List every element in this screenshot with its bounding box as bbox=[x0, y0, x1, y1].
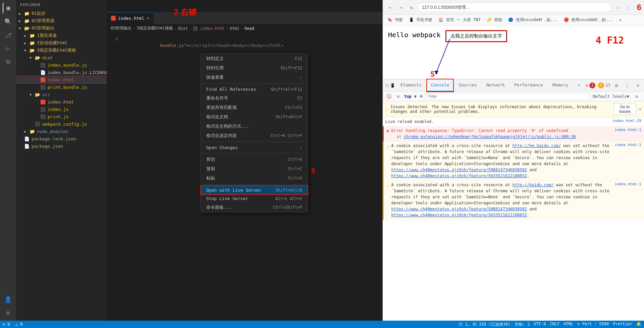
console-filter-input[interactable] bbox=[426, 93, 590, 100]
devtools-settings-icon[interactable]: ⚙ bbox=[612, 81, 621, 90]
menu-stop-live-server[interactable]: Stop Live Server Alt+L Alt+C bbox=[201, 194, 308, 203]
tree-item-indexbundle[interactable]: ⬛ index.bundle.js bbox=[16, 61, 107, 69]
tree-item-license[interactable]: 📄 index.bundle.js.LICENSE... bbox=[16, 69, 107, 76]
msg-warn2-source[interactable]: index.html:1 bbox=[615, 182, 641, 186]
extensions-icon[interactable]: ⧉ bbox=[3, 56, 13, 67]
menu-copy[interactable]: 复制 Ctrl+C bbox=[201, 164, 308, 174]
status-warnings[interactable]: △ 0 bbox=[15, 322, 23, 327]
console-clear-icon[interactable]: 🚫 bbox=[385, 93, 392, 100]
tab-close-icon[interactable]: × bbox=[146, 15, 149, 21]
msg-error-source[interactable]: index.html:1 bbox=[615, 128, 641, 132]
issues-close-btn[interactable]: ✕ bbox=[639, 107, 641, 112]
address-bar[interactable] bbox=[418, 3, 611, 12]
tab-indexhtml[interactable]: 🟥 index.html × bbox=[107, 12, 154, 24]
status-errors[interactable]: ⊘ 0 bbox=[3, 322, 10, 327]
bookmark-mobile[interactable]: 📱 手机书签 bbox=[407, 16, 434, 23]
tree-item-webpackconfig[interactable]: ⬛ webpack.config.js bbox=[16, 120, 107, 128]
menu-format-doc[interactable]: 格式化文档 Shift+Alt+F bbox=[201, 112, 308, 122]
devtools-cursor-icon[interactable]: ⬡ bbox=[385, 81, 389, 90]
console-eye-icon[interactable]: 👁 bbox=[419, 94, 423, 99]
error-link[interactable]: chrome-extension://ndgedmaejfmclpaaafnkh… bbox=[404, 134, 576, 139]
menu-quick-look[interactable]: 快速查看 › bbox=[201, 73, 308, 82]
msg-warn1-source[interactable]: index.html:1 bbox=[615, 143, 641, 147]
status-line-col[interactable]: 行 1, 列 259 (已选择39) bbox=[459, 322, 511, 327]
search-icon[interactable]: 🔍 bbox=[3, 16, 13, 27]
browser-back-btn[interactable]: ← bbox=[385, 3, 395, 12]
console-settings2-icon[interactable]: ⚙ bbox=[632, 92, 641, 101]
status-prettier[interactable]: Prettier bbox=[613, 322, 632, 327]
status-language[interactable]: HTML bbox=[564, 322, 573, 327]
tree-item-packagejson[interactable]: 📄 package.json bbox=[16, 142, 107, 150]
tree-item-02[interactable]: ▶ 📁 02管理资源 bbox=[16, 17, 107, 24]
menu-paste[interactable]: 粘贴 Ctrl+V bbox=[201, 174, 308, 183]
tab-network[interactable]: Network bbox=[482, 79, 509, 91]
devtools-mobile-icon[interactable]: 📱 bbox=[390, 81, 395, 90]
status-port[interactable]: ⊙ Port : 5500 bbox=[577, 322, 609, 327]
tree-item-src-printjs[interactable]: ⬛ print.js bbox=[16, 113, 107, 120]
menu-open-live-server[interactable]: Open with Live Server Shift+Alt+B bbox=[201, 186, 308, 194]
bookmark-login[interactable]: 🔑 登陆 bbox=[485, 16, 504, 23]
source-control-icon[interactable]: ⎇ bbox=[3, 29, 13, 40]
bookmark-home[interactable]: 🏠 首页 一 火箭 TNT bbox=[436, 16, 483, 23]
menu-format-doc-with[interactable]: 格式化文档的方式... bbox=[201, 122, 308, 131]
console-messages[interactable]: Live reload enabled. index.html:29 ⊗ Err… bbox=[383, 117, 644, 220]
warn2-link1[interactable]: http://baidu.com/ bbox=[513, 183, 554, 187]
tree-item-1pre[interactable]: ▶ 📁 1预先准备 bbox=[16, 32, 107, 39]
warn1-link3[interactable]: https://www.ch40mestatus.qjz9zk/feature/… bbox=[391, 174, 527, 178]
menu-rename[interactable]: 重命名符号 F2 bbox=[201, 93, 308, 103]
bookmark-shqian[interactable]: 🔖 书签 bbox=[385, 16, 405, 23]
tree-item-printbundle[interactable]: ⬛ print.bundle.js bbox=[16, 83, 107, 91]
tree-item-nodemodules[interactable]: ▶ 📁 node_modules bbox=[16, 128, 107, 135]
status-spaces[interactable]: 空格: 2 bbox=[515, 322, 530, 327]
account-icon[interactable]: 👤 bbox=[3, 294, 13, 305]
warn1-link2[interactable]: https://www.ch40mestatus.qjz9zk/feature/… bbox=[391, 168, 527, 172]
tree-item-03[interactable]: ▼ 📂 03管理输出 bbox=[16, 24, 107, 32]
status-bell-icon[interactable]: 🔔 bbox=[636, 322, 641, 327]
settings-icon[interactable]: ⚙ bbox=[3, 307, 13, 318]
tab-console[interactable]: Console 5 bbox=[427, 79, 453, 91]
warn2-link3[interactable]: https://www.ch40mestatus.qjz9zk/feature/… bbox=[391, 213, 527, 217]
tab-sources[interactable]: Sources bbox=[454, 79, 481, 91]
console-settings-icon[interactable]: ⚙ bbox=[395, 93, 401, 100]
tab-more[interactable]: » bbox=[574, 79, 584, 91]
tree-item-2auto[interactable]: ▶ 📁 2自动创建html bbox=[16, 39, 107, 47]
tree-item-packagelock[interactable]: 📄 package-lock.json bbox=[16, 135, 107, 142]
msg-livereload-source[interactable]: index.html:29 bbox=[612, 119, 641, 123]
menu-goto-ref[interactable]: 转到引用 Shift+F12 bbox=[201, 63, 308, 73]
browser-refresh-btn[interactable]: ↻ bbox=[407, 3, 416, 12]
devtools-dots-icon[interactable]: ⋮ bbox=[623, 81, 632, 90]
warn2-link2[interactable]: https://www.ch40mestatus.qjz9zk/feature/… bbox=[391, 207, 527, 211]
bookmark-vscode2[interactable]: 🔴 使用vscode时，如... bbox=[562, 16, 615, 23]
tree-item-dist[interactable]: ▼ 📂 dist bbox=[16, 54, 107, 61]
menu-open-changes[interactable]: Open Changes › bbox=[201, 143, 308, 152]
warn1-link1[interactable]: http://hm.baidu.com/ bbox=[513, 143, 561, 148]
tree-item-src[interactable]: ▼ 📂 src bbox=[16, 91, 107, 98]
console-dropdown-icon[interactable]: ▼ bbox=[414, 94, 417, 99]
console-levels[interactable]: Default levels ▼ bbox=[593, 94, 629, 99]
menu-find-all-ref[interactable]: Find All References Shift+Alt+F12 bbox=[201, 85, 308, 93]
tree-item-indexhtml[interactable]: 🟥 index.html 1 bbox=[16, 76, 107, 83]
status-line-ending[interactable]: CRLF bbox=[550, 322, 559, 327]
tab-memory[interactable]: Memory bbox=[548, 79, 572, 91]
tree-item-src-indexhtml[interactable]: 🟥 index.html bbox=[16, 98, 107, 106]
menu-format-selection[interactable]: 格式化选定内容 Ctrl+K Ctrl+F bbox=[201, 131, 308, 140]
tree-item-3specify[interactable]: ▼ 📂 3指定加载html模板 bbox=[16, 47, 107, 54]
menu-cut[interactable]: 剪切 Ctrl+X bbox=[201, 155, 308, 164]
browser-forward-btn[interactable]: → bbox=[396, 3, 406, 12]
menu-goto-def[interactable]: 转到定义 F12 bbox=[201, 54, 308, 63]
bookmark-star-icon[interactable]: ☆ bbox=[613, 3, 622, 12]
explorer-icon[interactable]: ⊞ bbox=[3, 3, 13, 13]
bookmark-vscode1[interactable]: 🔵 使用vscode时，如... bbox=[506, 16, 559, 23]
menu-command-palette[interactable]: 命令面板... Ctrl+Shift+P bbox=[201, 203, 308, 212]
tab-elements[interactable]: Elements bbox=[396, 79, 426, 91]
devtools-close-icon[interactable]: ✕ bbox=[633, 81, 643, 90]
bookmark-more[interactable]: » bbox=[617, 17, 624, 23]
menu-change-all[interactable]: 更改所有匹配项 Ctrl+F2 bbox=[201, 103, 308, 112]
tree-item-src-indexjs[interactable]: ⬛ index.js bbox=[16, 106, 107, 113]
tab-performance[interactable]: Performance bbox=[510, 79, 547, 91]
debug-icon[interactable]: ▷ bbox=[3, 43, 13, 54]
status-encoding[interactable]: UTF-8 bbox=[534, 322, 546, 327]
go-to-issues-btn[interactable]: Go to Issues bbox=[613, 104, 636, 115]
tree-item-01qibu[interactable]: ▶ 📁 01起步 bbox=[16, 10, 107, 17]
browser-menu-icon[interactable]: ⋮ bbox=[624, 3, 633, 12]
